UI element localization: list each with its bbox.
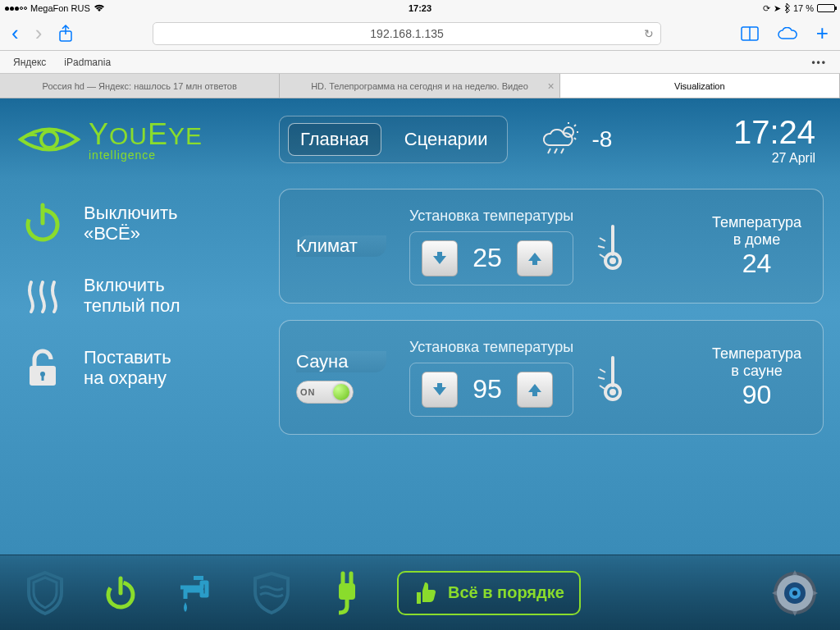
sauna-temp-up[interactable] <box>517 372 553 408</box>
sauna-setpoint-value: 95 <box>469 374 505 404</box>
bluetooth-icon <box>784 3 790 13</box>
svg-point-23 <box>609 389 616 395</box>
share-button[interactable] <box>58 25 73 43</box>
reload-icon[interactable]: ↻ <box>644 27 654 40</box>
close-tab-icon[interactable]: × <box>547 80 554 93</box>
new-tab-button[interactable]: + <box>816 21 829 46</box>
battery-pct: 17 % <box>793 3 814 13</box>
back-button[interactable]: ‹ <box>11 21 19 46</box>
sidebar-item-floor-heat[interactable]: Включитьтеплый пол <box>16 269 262 322</box>
svg-line-11 <box>561 148 564 153</box>
clock-widget: 17:24 27 April <box>733 114 824 166</box>
sauna-temp-block: Температура в сауне 90 <box>712 345 806 410</box>
tab-tv-program[interactable]: HD. Телепрограмма на сегодня и на неделю… <box>280 74 559 98</box>
climate-temp-up[interactable] <box>517 240 553 276</box>
svg-rect-30 <box>339 583 355 600</box>
svg-line-9 <box>548 148 550 153</box>
toggle-knob <box>333 384 349 400</box>
thumbs-up-icon <box>413 581 438 605</box>
url-bar[interactable]: 192.168.1.135 ↻ <box>153 22 661 45</box>
sauna-temp-value: 90 <box>712 380 801 410</box>
safari-toolbar: ‹ › 192.168.1.135 ↻ + <box>0 16 840 51</box>
sidebar: Выключить«ВСЁ» Включитьтеплый пол Постав… <box>16 189 262 525</box>
browser-tabs: Россия hd — Яндекс: нашлось 17 млн ответ… <box>0 74 840 98</box>
svg-point-3 <box>41 131 57 148</box>
thermometer-icon <box>596 353 629 402</box>
climate-setpoint-value: 25 <box>469 243 505 273</box>
power-nav-icon[interactable] <box>95 568 146 619</box>
eye-icon <box>16 119 82 160</box>
tab-yandex-search[interactable]: Россия hd — Яндекс: нашлось 17 млн ответ… <box>0 74 280 98</box>
settings-gear-icon[interactable] <box>769 568 820 619</box>
nav-scenarios[interactable]: Сценарии <box>393 124 500 155</box>
weather-icon <box>541 122 582 157</box>
battery-icon <box>817 4 835 12</box>
svg-line-21 <box>600 238 605 241</box>
orientation-lock-icon: ⟳ <box>763 3 770 14</box>
sauna-tab-label: Сауна <box>296 351 386 372</box>
bookmarks-bar: Яндекс iPadmania ••• <box>0 51 840 74</box>
water-tap-icon[interactable] <box>171 568 221 619</box>
carrier-label: MegaFon RUS <box>30 3 90 13</box>
svg-point-37 <box>792 591 797 596</box>
ios-status-bar: MegaFon RUS 17:23 ⟳ ➤ 17 % <box>0 0 840 16</box>
nav-main[interactable]: Главная <box>288 123 381 156</box>
lock-open-icon <box>16 341 69 394</box>
nav-pills: Главная Сценарии <box>279 116 508 163</box>
climate-tab-label: Климат <box>296 235 386 257</box>
svg-point-4 <box>564 127 573 137</box>
sauna-temp-down[interactable] <box>422 372 458 408</box>
location-icon: ➤ <box>774 3 781 14</box>
clock-time: 17:24 <box>733 114 815 151</box>
sauna-toggle[interactable]: ON <box>296 381 354 404</box>
logo-text: YOUEYE <box>89 117 203 152</box>
app-logo: YOUEYE intelligence <box>16 117 262 162</box>
water-shield-icon[interactable] <box>246 568 297 619</box>
clock-date: 27 April <box>733 151 815 166</box>
svg-line-24 <box>600 386 605 389</box>
house-temp-block: Температура в доме 24 <box>712 214 806 279</box>
plug-icon[interactable] <box>322 568 372 619</box>
sauna-stepper: 95 <box>409 363 573 417</box>
climate-panel: Климат Установка температуры 25 <box>279 189 824 304</box>
wifi-icon <box>94 4 105 12</box>
sidebar-item-off-all[interactable]: Выключить«ВСЁ» <box>16 197 262 249</box>
status-time: 17:23 <box>251 3 589 13</box>
icloud-tabs-button[interactable] <box>777 27 798 40</box>
url-text: 192.168.1.135 <box>370 27 444 40</box>
svg-line-19 <box>600 254 605 258</box>
bookmark-ipadmania[interactable]: iPadmania <box>64 57 111 68</box>
smart-home-app: YOUEYE intelligence Главная Сценарии -8 … <box>0 98 840 630</box>
signal-icon <box>5 7 27 11</box>
sauna-panel: Сауна ON Установка температуры 95 <box>279 320 824 435</box>
svg-line-26 <box>600 369 605 372</box>
svg-point-18 <box>609 258 616 264</box>
status-ok-text: Всё в порядке <box>448 583 564 602</box>
svg-rect-29 <box>194 576 203 580</box>
outdoor-temp: -8 <box>591 126 612 153</box>
power-icon <box>16 197 69 249</box>
thermometer-icon <box>596 221 629 271</box>
heat-waves-icon <box>16 269 69 322</box>
sauna-setpoint-label: Установка температуры <box>409 339 573 356</box>
bookmark-yandex[interactable]: Яндекс <box>13 57 46 68</box>
forward-button[interactable]: › <box>35 21 43 46</box>
svg-line-20 <box>598 246 605 248</box>
tab-visualization[interactable]: Visualization <box>560 74 840 98</box>
climate-setpoint-label: Установка температуры <box>409 208 573 225</box>
svg-line-7 <box>574 125 576 126</box>
status-ok-badge: Всё в порядке <box>397 571 581 615</box>
svg-line-10 <box>555 148 557 153</box>
svg-rect-16 <box>42 375 44 381</box>
weather-widget: -8 <box>541 122 612 157</box>
svg-line-25 <box>598 377 605 379</box>
bottom-bar: Всё в порядке <box>0 555 840 630</box>
bookmarks-more[interactable]: ••• <box>811 57 827 68</box>
climate-stepper: 25 <box>409 231 573 285</box>
bookmarks-button[interactable] <box>741 26 759 41</box>
sidebar-item-arm[interactable]: Поставитьна охрану <box>16 341 262 394</box>
security-shield-icon[interactable] <box>20 568 71 619</box>
svg-line-8 <box>574 138 576 139</box>
house-temp-value: 24 <box>712 249 801 279</box>
climate-temp-down[interactable] <box>422 240 458 276</box>
